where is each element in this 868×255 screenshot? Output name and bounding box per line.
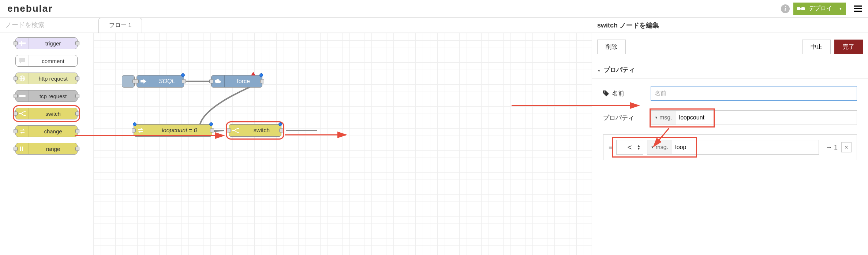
edit-title: switch ノードを編集 — [597, 21, 659, 30]
swap-icon — [16, 126, 29, 137]
trigger-icon — [16, 38, 29, 49]
svg-rect-0 — [797, 7, 800, 10]
flow-canvas[interactable]: フロー 1 SOQL force — [93, 18, 592, 255]
rule-value-input[interactable]: ▼msg. — [647, 140, 819, 155]
svg-rect-13 — [20, 95, 25, 97]
operator-select[interactable]: < ▲▼ — [616, 140, 643, 155]
flow-node-loopcount[interactable]: loopcount = 0 — [134, 124, 212, 137]
cloud-icon — [212, 75, 225, 87]
palette-node-http-request[interactable]: http request — [15, 73, 78, 84]
flow-node-inject[interactable] — [122, 75, 135, 88]
range-icon — [16, 143, 29, 154]
property-input[interactable]: ▼msg. — [651, 110, 857, 125]
palette-node-range[interactable]: range — [15, 143, 78, 155]
name-input[interactable] — [651, 86, 857, 101]
flow-node-switch[interactable]: switch — [229, 124, 281, 137]
palette-node-switch[interactable]: switch — [15, 108, 78, 119]
flow-node-soql[interactable]: SOQL — [136, 75, 184, 88]
msg-prefix-dropdown[interactable]: ▼msg. — [647, 140, 673, 154]
deploy-icon — [797, 6, 805, 11]
svg-rect-5 — [19, 42, 21, 44]
svg-rect-14 — [20, 147, 21, 151]
logo: enebular — [7, 3, 53, 14]
bridge-icon — [16, 90, 29, 101]
svg-rect-6 — [21, 41, 22, 46]
tag-icon — [603, 90, 609, 96]
palette-node-trigger[interactable]: trigger — [15, 37, 78, 49]
palette-sidebar: trigger comment http request tcp request… — [0, 18, 93, 255]
edit-panel: switch ノードを編集 削除 中止 完了 ⌄ プロパティ 名前 プロパティ — [592, 18, 868, 255]
remove-rule-button[interactable]: ✕ — [841, 142, 852, 152]
palette-node-tcp-request[interactable]: tcp request — [15, 90, 78, 102]
switch-icon — [229, 125, 242, 136]
deploy-button[interactable]: デプロイ ▼ — [793, 3, 846, 15]
info-icon[interactable]: i — [781, 4, 790, 13]
search-input[interactable] — [5, 21, 90, 29]
rule-row: ≡ < ▲▼ ▼msg. → 1 ✕ — [609, 140, 852, 155]
arrow-icon — [137, 75, 150, 87]
globe-icon — [16, 73, 29, 84]
chevron-down-icon: ▼ — [839, 7, 842, 11]
switch-icon — [16, 108, 29, 119]
msg-prefix-dropdown[interactable]: ▼msg. — [651, 111, 676, 125]
svg-rect-7 — [22, 42, 26, 44]
done-button[interactable]: 完了 — [834, 40, 863, 54]
menu-icon[interactable] — [854, 4, 862, 13]
tab-flow-1[interactable]: フロー 1 — [98, 18, 142, 33]
svg-point-16 — [604, 92, 605, 93]
delete-button[interactable]: 削除 — [597, 40, 626, 54]
swap-icon — [134, 125, 147, 136]
grip-icon[interactable]: ≡ — [609, 144, 613, 151]
rule-output: → 1 — [826, 144, 838, 151]
svg-rect-2 — [800, 8, 802, 10]
palette-node-comment[interactable]: comment — [15, 55, 78, 67]
comment-icon — [16, 55, 29, 66]
flow-node-force[interactable]: force — [211, 75, 262, 88]
svg-rect-15 — [22, 147, 23, 151]
palette-node-change[interactable]: change — [15, 125, 78, 137]
cancel-button[interactable]: 中止 — [802, 40, 831, 54]
chevron-down-icon: ⌄ — [597, 67, 601, 73]
wires — [93, 33, 592, 255]
section-properties[interactable]: ⌄ プロパティ — [592, 61, 868, 79]
